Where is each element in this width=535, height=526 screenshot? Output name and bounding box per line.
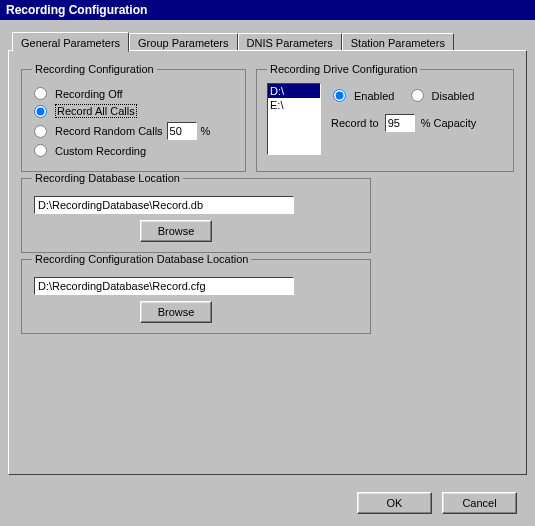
drive-listbox[interactable]: D:\ E:\: [267, 83, 321, 155]
record-random-calls-label: Record Random Calls: [55, 125, 163, 137]
title-bar: Recording Configuration: [0, 0, 535, 20]
recording-config-database-location-group: Recording Configuration Database Locatio…: [21, 253, 371, 334]
record-all-calls-label: Record All Calls: [55, 104, 137, 118]
drive-disabled-label: Disabled: [432, 90, 475, 102]
record-random-calls-radio[interactable]: [34, 125, 47, 138]
recording-off-label: Recording Off: [55, 88, 123, 100]
capacity-suffix-label: % Capacity: [421, 117, 477, 129]
recording-drive-configuration-group: Recording Drive Configuration D:\ E:\ En…: [256, 63, 514, 172]
record-all-calls-radio[interactable]: [34, 105, 47, 118]
cancel-button[interactable]: Cancel: [442, 492, 517, 514]
record-to-capacity-input[interactable]: [385, 114, 415, 132]
ok-button[interactable]: OK: [357, 492, 432, 514]
percent-symbol: %: [201, 125, 211, 137]
drive-disabled-radio[interactable]: [411, 89, 424, 102]
recording-config-database-browse-button[interactable]: Browse: [140, 301, 212, 323]
window-title: Recording Configuration: [6, 3, 147, 17]
drive-enabled-label: Enabled: [354, 90, 394, 102]
custom-recording-label: Custom Recording: [55, 145, 146, 157]
tab-general-parameters[interactable]: General Parameters: [12, 32, 129, 52]
dialog-buttons: OK Cancel: [357, 492, 517, 514]
drive-item-d[interactable]: D:\: [268, 84, 320, 98]
recording-configuration-legend: Recording Configuration: [32, 63, 157, 75]
custom-recording-radio[interactable]: [34, 144, 47, 157]
tab-panel-general: Recording Configuration Recording Off Re…: [8, 50, 527, 475]
window-body: General Parameters Group Parameters DNIS…: [0, 20, 535, 526]
record-random-percent-input[interactable]: [167, 122, 197, 140]
recording-configuration-group: Recording Configuration Recording Off Re…: [21, 63, 246, 172]
tab-strip: General Parameters Group Parameters DNIS…: [8, 30, 527, 50]
recording-drive-configuration-legend: Recording Drive Configuration: [267, 63, 420, 75]
drive-item-e[interactable]: E:\: [268, 98, 320, 112]
drive-enabled-radio[interactable]: [333, 89, 346, 102]
recording-database-location-group: Recording Database Location Browse: [21, 172, 371, 253]
recording-off-radio[interactable]: [34, 87, 47, 100]
recording-config-database-location-legend: Recording Configuration Database Locatio…: [32, 253, 251, 265]
recording-database-browse-button[interactable]: Browse: [140, 220, 212, 242]
recording-database-path-input[interactable]: [34, 196, 294, 214]
recording-config-database-path-input[interactable]: [34, 277, 294, 295]
record-to-label: Record to: [331, 117, 379, 129]
recording-database-location-legend: Recording Database Location: [32, 172, 183, 184]
